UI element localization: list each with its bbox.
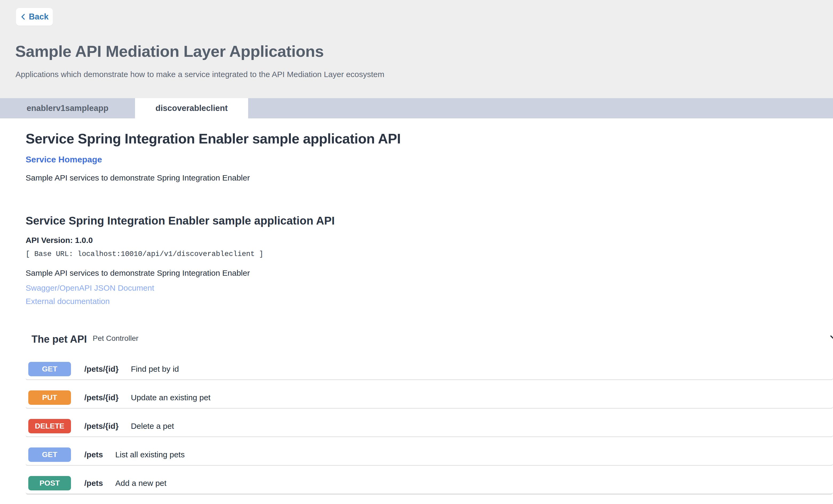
operation-summary: Update an existing pet (131, 393, 211, 402)
service-description: Sample API services to demonstrate Sprin… (26, 173, 250, 182)
swagger-json-link[interactable]: Swagger/OpenAPI JSON Document (26, 283, 154, 293)
operation-row-add-pet[interactable]: POST /pets Add a new pet (26, 465, 833, 494)
main-content: Service Spring Integration Enabler sampl… (0, 119, 833, 504)
pet-api-header[interactable]: The pet API Pet Controller (31, 333, 833, 345)
header: Back Sample API Mediation Layer Applicat… (0, 0, 833, 98)
base-url: [ Base URL: localhost:10010/api/v1/disco… (26, 250, 263, 258)
tab-enablerv1sampleapp[interactable]: enablerv1sampleapp (0, 98, 135, 119)
chevron-down-icon[interactable] (828, 332, 833, 345)
api-doc-title: Service Spring Integration Enabler sampl… (26, 215, 335, 227)
pet-api-title: The pet API (31, 333, 87, 345)
operation-summary: Delete a pet (131, 422, 174, 431)
api-version-label: API Version: (26, 236, 73, 245)
method-badge: GET (28, 362, 71, 376)
operation-summary: List all existing pets (115, 450, 185, 459)
tab-bar: enablerv1sampleapp discoverableclient (0, 98, 833, 119)
chevron-left-icon (20, 13, 26, 21)
operation-row-list-pets[interactable]: GET /pets List all existing pets (26, 437, 833, 465)
page-title: Sample API Mediation Layer Applications (15, 42, 324, 60)
operation-row-get-pet-by-id[interactable]: GET /pets/{id} Find pet by id (26, 351, 833, 380)
api-doc-description: Sample API services to demonstrate Sprin… (26, 269, 250, 278)
back-button[interactable]: Back (16, 8, 53, 26)
api-version-value: 1.0.0 (75, 236, 93, 245)
operation-row-update-pet[interactable]: PUT /pets/{id} Update an existing pet (26, 380, 833, 408)
page-subtitle: Applications which demonstrate how to ma… (16, 70, 384, 79)
operations-list: GET /pets/{id} Find pet by id PUT /pets/… (26, 351, 833, 494)
back-label: Back (29, 12, 49, 22)
method-badge: PUT (28, 390, 71, 405)
operation-path: /pets (84, 479, 103, 488)
method-badge: DELETE (28, 419, 71, 433)
operation-path: /pets (84, 450, 103, 459)
tab-discoverableclient[interactable]: discoverableclient (135, 98, 248, 119)
service-homepage-link[interactable]: Service Homepage (26, 155, 102, 165)
method-badge: GET (28, 448, 71, 462)
operation-path: /pets/{id} (84, 364, 118, 374)
operation-summary: Find pet by id (131, 364, 179, 374)
api-version: API Version: 1.0.0 (26, 236, 93, 245)
pet-api-subtitle: Pet Controller (93, 334, 139, 343)
operation-summary: Add a new pet (115, 479, 166, 488)
operation-row-delete-pet[interactable]: DELETE /pets/{id} Delete a pet (26, 408, 833, 437)
service-title: Service Spring Integration Enabler sampl… (26, 131, 401, 147)
method-badge: POST (28, 476, 71, 490)
operation-path: /pets/{id} (84, 393, 118, 402)
operation-path: /pets/{id} (84, 422, 118, 431)
external-doc-link[interactable]: External documentation (26, 297, 110, 306)
